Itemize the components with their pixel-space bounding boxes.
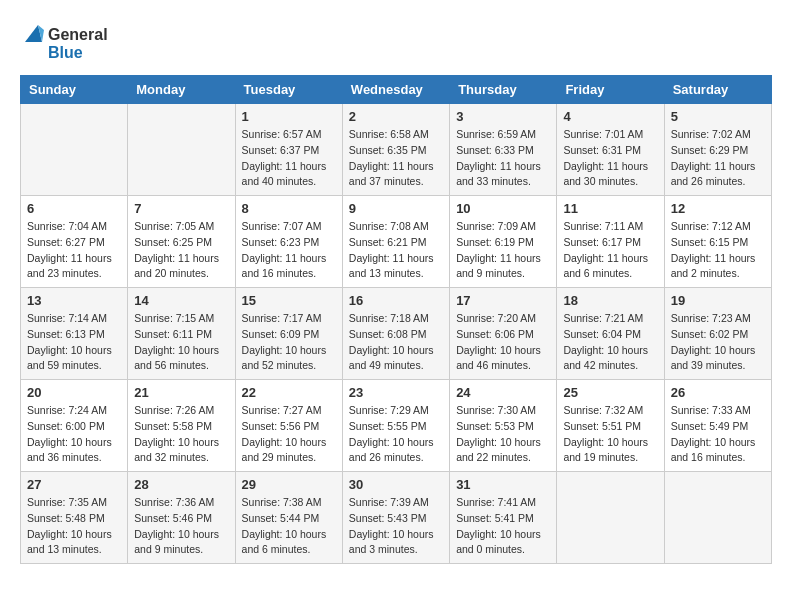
day-info: Sunrise: 7:07 AMSunset: 6:23 PMDaylight:… — [242, 219, 336, 282]
day-info: Sunrise: 7:35 AMSunset: 5:48 PMDaylight:… — [27, 495, 121, 558]
day-info: Sunrise: 6:59 AMSunset: 6:33 PMDaylight:… — [456, 127, 550, 190]
day-number: 12 — [671, 201, 765, 216]
calendar-cell: 21Sunrise: 7:26 AMSunset: 5:58 PMDayligh… — [128, 380, 235, 472]
day-number: 7 — [134, 201, 228, 216]
calendar-week-3: 13Sunrise: 7:14 AMSunset: 6:13 PMDayligh… — [21, 288, 772, 380]
calendar-cell — [664, 472, 771, 564]
day-number: 19 — [671, 293, 765, 308]
day-number: 14 — [134, 293, 228, 308]
header-row: SundayMondayTuesdayWednesdayThursdayFrid… — [21, 76, 772, 104]
day-info: Sunrise: 7:14 AMSunset: 6:13 PMDaylight:… — [27, 311, 121, 374]
calendar-cell: 22Sunrise: 7:27 AMSunset: 5:56 PMDayligh… — [235, 380, 342, 472]
calendar-cell: 27Sunrise: 7:35 AMSunset: 5:48 PMDayligh… — [21, 472, 128, 564]
day-number: 29 — [242, 477, 336, 492]
calendar-cell: 16Sunrise: 7:18 AMSunset: 6:08 PMDayligh… — [342, 288, 449, 380]
day-info: Sunrise: 7:33 AMSunset: 5:49 PMDaylight:… — [671, 403, 765, 466]
calendar-week-5: 27Sunrise: 7:35 AMSunset: 5:48 PMDayligh… — [21, 472, 772, 564]
day-number: 4 — [563, 109, 657, 124]
calendar-cell: 2Sunrise: 6:58 AMSunset: 6:35 PMDaylight… — [342, 104, 449, 196]
header-cell-friday: Friday — [557, 76, 664, 104]
calendar-cell: 24Sunrise: 7:30 AMSunset: 5:53 PMDayligh… — [450, 380, 557, 472]
calendar-cell: 30Sunrise: 7:39 AMSunset: 5:43 PMDayligh… — [342, 472, 449, 564]
header-cell-wednesday: Wednesday — [342, 76, 449, 104]
day-number: 30 — [349, 477, 443, 492]
calendar-cell — [21, 104, 128, 196]
day-info: Sunrise: 7:32 AMSunset: 5:51 PMDaylight:… — [563, 403, 657, 466]
calendar-cell: 14Sunrise: 7:15 AMSunset: 6:11 PMDayligh… — [128, 288, 235, 380]
calendar-cell — [557, 472, 664, 564]
day-info: Sunrise: 7:23 AMSunset: 6:02 PMDaylight:… — [671, 311, 765, 374]
calendar-cell: 5Sunrise: 7:02 AMSunset: 6:29 PMDaylight… — [664, 104, 771, 196]
day-info: Sunrise: 7:18 AMSunset: 6:08 PMDaylight:… — [349, 311, 443, 374]
calendar-cell: 1Sunrise: 6:57 AMSunset: 6:37 PMDaylight… — [235, 104, 342, 196]
day-info: Sunrise: 6:57 AMSunset: 6:37 PMDaylight:… — [242, 127, 336, 190]
calendar-table: SundayMondayTuesdayWednesdayThursdayFrid… — [20, 75, 772, 564]
day-number: 24 — [456, 385, 550, 400]
calendar-week-1: 1Sunrise: 6:57 AMSunset: 6:37 PMDaylight… — [21, 104, 772, 196]
calendar-week-4: 20Sunrise: 7:24 AMSunset: 6:00 PMDayligh… — [21, 380, 772, 472]
day-info: Sunrise: 7:17 AMSunset: 6:09 PMDaylight:… — [242, 311, 336, 374]
day-number: 31 — [456, 477, 550, 492]
day-number: 5 — [671, 109, 765, 124]
calendar-cell: 15Sunrise: 7:17 AMSunset: 6:09 PMDayligh… — [235, 288, 342, 380]
calendar-cell: 17Sunrise: 7:20 AMSunset: 6:06 PMDayligh… — [450, 288, 557, 380]
day-number: 20 — [27, 385, 121, 400]
day-info: Sunrise: 7:05 AMSunset: 6:25 PMDaylight:… — [134, 219, 228, 282]
day-number: 15 — [242, 293, 336, 308]
day-info: Sunrise: 7:27 AMSunset: 5:56 PMDaylight:… — [242, 403, 336, 466]
calendar-cell: 7Sunrise: 7:05 AMSunset: 6:25 PMDaylight… — [128, 196, 235, 288]
day-number: 25 — [563, 385, 657, 400]
day-number: 22 — [242, 385, 336, 400]
calendar-cell: 3Sunrise: 6:59 AMSunset: 6:33 PMDaylight… — [450, 104, 557, 196]
calendar-cell — [128, 104, 235, 196]
header-cell-sunday: Sunday — [21, 76, 128, 104]
day-info: Sunrise: 7:02 AMSunset: 6:29 PMDaylight:… — [671, 127, 765, 190]
day-info: Sunrise: 7:11 AMSunset: 6:17 PMDaylight:… — [563, 219, 657, 282]
calendar-cell: 20Sunrise: 7:24 AMSunset: 6:00 PMDayligh… — [21, 380, 128, 472]
calendar-header: SundayMondayTuesdayWednesdayThursdayFrid… — [21, 76, 772, 104]
day-number: 13 — [27, 293, 121, 308]
day-info: Sunrise: 7:12 AMSunset: 6:15 PMDaylight:… — [671, 219, 765, 282]
day-info: Sunrise: 7:04 AMSunset: 6:27 PMDaylight:… — [27, 219, 121, 282]
day-number: 8 — [242, 201, 336, 216]
day-number: 11 — [563, 201, 657, 216]
day-number: 6 — [27, 201, 121, 216]
calendar-cell: 8Sunrise: 7:07 AMSunset: 6:23 PMDaylight… — [235, 196, 342, 288]
day-info: Sunrise: 7:09 AMSunset: 6:19 PMDaylight:… — [456, 219, 550, 282]
day-info: Sunrise: 7:20 AMSunset: 6:06 PMDaylight:… — [456, 311, 550, 374]
calendar-cell: 10Sunrise: 7:09 AMSunset: 6:19 PMDayligh… — [450, 196, 557, 288]
day-info: Sunrise: 7:39 AMSunset: 5:43 PMDaylight:… — [349, 495, 443, 558]
calendar-cell: 9Sunrise: 7:08 AMSunset: 6:21 PMDaylight… — [342, 196, 449, 288]
header-cell-tuesday: Tuesday — [235, 76, 342, 104]
logo: GeneralBlue — [20, 20, 110, 65]
day-number: 1 — [242, 109, 336, 124]
day-number: 3 — [456, 109, 550, 124]
calendar-cell: 18Sunrise: 7:21 AMSunset: 6:04 PMDayligh… — [557, 288, 664, 380]
calendar-body: 1Sunrise: 6:57 AMSunset: 6:37 PMDaylight… — [21, 104, 772, 564]
day-number: 27 — [27, 477, 121, 492]
day-number: 28 — [134, 477, 228, 492]
svg-text:Blue: Blue — [48, 44, 83, 61]
svg-text:General: General — [48, 26, 108, 43]
day-info: Sunrise: 6:58 AMSunset: 6:35 PMDaylight:… — [349, 127, 443, 190]
calendar-week-2: 6Sunrise: 7:04 AMSunset: 6:27 PMDaylight… — [21, 196, 772, 288]
calendar-cell: 6Sunrise: 7:04 AMSunset: 6:27 PMDaylight… — [21, 196, 128, 288]
calendar-cell: 25Sunrise: 7:32 AMSunset: 5:51 PMDayligh… — [557, 380, 664, 472]
day-info: Sunrise: 7:38 AMSunset: 5:44 PMDaylight:… — [242, 495, 336, 558]
calendar-cell: 26Sunrise: 7:33 AMSunset: 5:49 PMDayligh… — [664, 380, 771, 472]
header: GeneralBlue — [20, 20, 772, 65]
day-info: Sunrise: 7:26 AMSunset: 5:58 PMDaylight:… — [134, 403, 228, 466]
calendar-cell: 28Sunrise: 7:36 AMSunset: 5:46 PMDayligh… — [128, 472, 235, 564]
day-info: Sunrise: 7:30 AMSunset: 5:53 PMDaylight:… — [456, 403, 550, 466]
day-info: Sunrise: 7:24 AMSunset: 6:00 PMDaylight:… — [27, 403, 121, 466]
day-info: Sunrise: 7:15 AMSunset: 6:11 PMDaylight:… — [134, 311, 228, 374]
day-number: 21 — [134, 385, 228, 400]
calendar-cell: 11Sunrise: 7:11 AMSunset: 6:17 PMDayligh… — [557, 196, 664, 288]
calendar-cell: 31Sunrise: 7:41 AMSunset: 5:41 PMDayligh… — [450, 472, 557, 564]
day-number: 2 — [349, 109, 443, 124]
day-info: Sunrise: 7:08 AMSunset: 6:21 PMDaylight:… — [349, 219, 443, 282]
day-number: 16 — [349, 293, 443, 308]
day-number: 18 — [563, 293, 657, 308]
day-info: Sunrise: 7:01 AMSunset: 6:31 PMDaylight:… — [563, 127, 657, 190]
day-number: 23 — [349, 385, 443, 400]
